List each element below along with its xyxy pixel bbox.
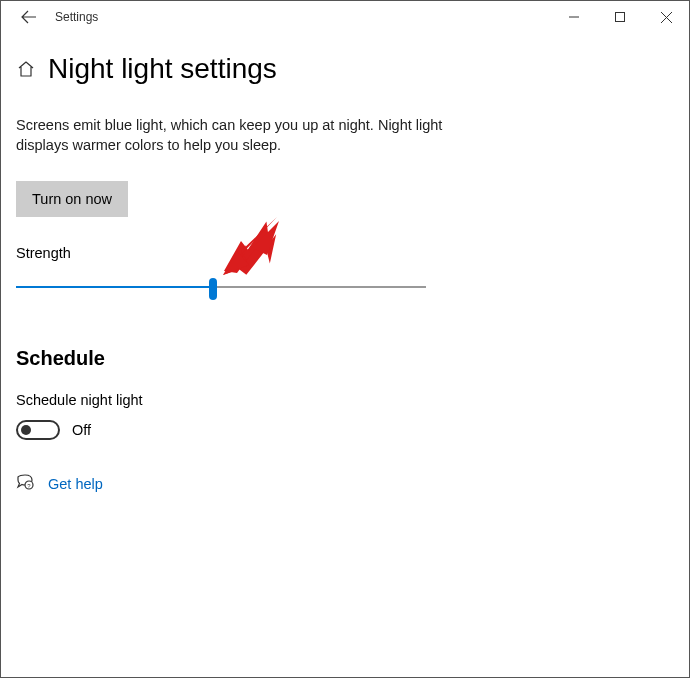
page-title: Night light settings [48,53,277,85]
window-title: Settings [55,10,98,24]
schedule-toggle-label: Schedule night light [16,392,674,408]
close-button[interactable] [643,1,689,33]
schedule-toggle[interactable] [16,420,60,440]
window-controls [551,1,689,33]
home-icon[interactable] [16,59,36,79]
slider-fill [16,286,213,288]
get-help-link[interactable]: Get help [48,476,103,492]
content-area: Screens emit blue light, which can keep … [1,95,689,515]
svg-rect-1 [616,13,625,22]
back-button[interactable] [9,1,49,33]
help-row: ? Get help [16,474,674,495]
arrow-left-icon [21,9,37,25]
page-description: Screens emit blue light, which can keep … [16,115,456,156]
minimize-icon [569,12,579,22]
toggle-knob [21,425,31,435]
turn-on-now-button[interactable]: Turn on now [16,181,128,217]
help-icon: ? [16,474,34,495]
strength-slider[interactable] [16,275,426,299]
minimize-button[interactable] [551,1,597,33]
strength-label: Strength [16,245,674,261]
titlebar: Settings [1,1,689,33]
schedule-heading: Schedule [16,347,674,370]
slider-thumb[interactable] [209,278,217,300]
maximize-icon [615,12,625,22]
schedule-toggle-state: Off [72,422,91,438]
maximize-button[interactable] [597,1,643,33]
page-header: Night light settings [1,33,689,95]
schedule-toggle-row: Off [16,420,674,440]
close-icon [661,12,672,23]
